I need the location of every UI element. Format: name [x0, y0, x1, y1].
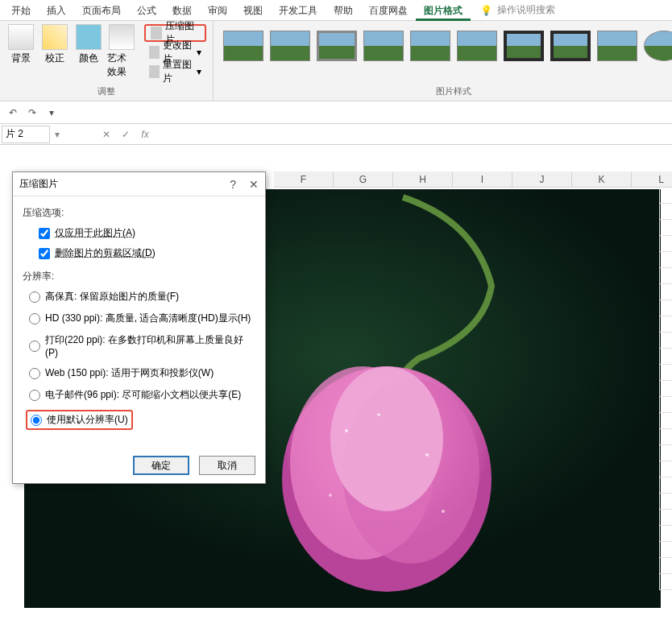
- compress-options-label: 压缩选项:: [23, 206, 255, 220]
- tab-home[interactable]: 开始: [3, 0, 39, 21]
- hifi-radio-row[interactable]: 高保真: 保留原始图片的质量(F): [29, 290, 255, 304]
- default-radio-row[interactable]: 使用默认分辨率(U): [26, 410, 133, 430]
- bg-label: 背景: [11, 52, 31, 65]
- col-header-h[interactable]: H: [393, 171, 453, 188]
- dialog-help-icon[interactable]: ?: [230, 178, 236, 191]
- tab-data[interactable]: 数据: [164, 0, 200, 21]
- enter-icon[interactable]: ✓: [116, 129, 135, 140]
- reset-label: 重置图片: [163, 58, 193, 85]
- col-header-k[interactable]: K: [572, 171, 632, 188]
- column-headers: F G H I J K L: [274, 171, 672, 188]
- formula-bar: 片 2 ▾ ✕ ✓ fx: [0, 124, 672, 145]
- picture-style-8[interactable]: [550, 31, 591, 61]
- styles-group-label: 图片样式: [220, 85, 672, 97]
- delete-crop-checkbox-row[interactable]: 删除图片的剪裁区域(D): [39, 246, 255, 260]
- corrections-icon: [42, 24, 68, 50]
- tab-help[interactable]: 帮助: [326, 0, 361, 21]
- picture-style-1[interactable]: [223, 31, 263, 61]
- tab-view[interactable]: 视图: [235, 0, 271, 21]
- web-radio[interactable]: [29, 368, 40, 379]
- email-radio-row[interactable]: 电子邮件(96 ppi): 尽可能缩小文档以便共享(E): [29, 388, 255, 402]
- color-label: 颜色: [79, 52, 98, 65]
- compress-pictures-dialog: 压缩图片 ? ✕ 压缩选项: 仅应用于此图片(A) 删除图片的剪裁区域(D) 分…: [12, 171, 266, 484]
- svg-point-8: [425, 453, 429, 457]
- tab-review[interactable]: 审阅: [200, 0, 235, 21]
- hd-radio[interactable]: [29, 313, 40, 324]
- delete-crop-checkbox[interactable]: [39, 248, 50, 259]
- artistic-button[interactable]: 艺术效果: [107, 24, 136, 81]
- color-button[interactable]: 颜色: [74, 24, 103, 81]
- cancel-icon[interactable]: ✕: [97, 129, 116, 140]
- picture-style-4[interactable]: [363, 31, 404, 61]
- change-icon: [149, 46, 160, 59]
- cancel-button[interactable]: 取消: [199, 456, 255, 475]
- quick-access-toolbar: ↶ ↷ ▾: [0, 101, 672, 124]
- dropdown-icon: ▾: [197, 47, 201, 58]
- redo-icon[interactable]: ↷: [26, 106, 39, 119]
- fx-icon[interactable]: fx: [135, 129, 155, 140]
- tab-formula[interactable]: 公式: [129, 0, 164, 21]
- print-radio-row[interactable]: 打印(220 ppi): 在多数打印机和屏幕上质量良好(P): [29, 333, 255, 358]
- compress-icon: [151, 27, 162, 39]
- apply-only-checkbox[interactable]: [39, 228, 50, 239]
- picture-style-3[interactable]: [317, 31, 357, 61]
- hd-radio-row[interactable]: HD (330 ppi): 高质量, 适合高清晰度(HD)显示(H): [29, 312, 255, 325]
- ok-button[interactable]: 确定: [133, 456, 189, 475]
- col-header-j[interactable]: J: [512, 171, 572, 188]
- web-radio-row[interactable]: Web (150 ppi): 适用于网页和投影仪(W): [29, 366, 255, 380]
- email-radio[interactable]: [29, 390, 40, 401]
- picture-style-10[interactable]: [644, 31, 672, 61]
- tab-picture-format[interactable]: 图片格式: [416, 0, 471, 21]
- default-radio[interactable]: [31, 415, 42, 426]
- grid-lines: [659, 188, 672, 606]
- apply-only-label: 仅应用于此图片(A): [55, 226, 135, 240]
- undo-icon[interactable]: ↶: [6, 106, 19, 119]
- col-header-f[interactable]: F: [274, 171, 334, 188]
- dialog-titlebar: 压缩图片 ? ✕: [13, 172, 265, 196]
- remove-bg-button[interactable]: 背景: [6, 24, 35, 81]
- picture-style-6[interactable]: [457, 31, 497, 61]
- tab-layout[interactable]: 页面布局: [74, 0, 129, 21]
- col-header-i[interactable]: I: [453, 171, 512, 188]
- adjust-group-label: 调整: [6, 85, 206, 97]
- col-header-l[interactable]: L: [632, 171, 672, 188]
- corr-label: 校正: [45, 52, 64, 65]
- art-label: 艺术效果: [107, 52, 136, 79]
- picture-style-2[interactable]: [270, 31, 310, 61]
- name-box[interactable]: 片 2: [2, 126, 50, 143]
- tab-baidu[interactable]: 百度网盘: [361, 0, 416, 21]
- name-box-dropdown-icon[interactable]: ▾: [50, 129, 64, 140]
- ribbon-content: 背景 校正 颜色 艺术效果 压缩图片 更改图片: [0, 21, 672, 101]
- svg-point-6: [345, 429, 348, 432]
- reset-picture-button[interactable]: 重置图片 ▾: [144, 63, 206, 81]
- resolution-label: 分辨率:: [23, 270, 255, 283]
- svg-point-5: [330, 366, 443, 511]
- worksheet-area: F G H I J K L: [0, 145, 672, 624]
- print-radio[interactable]: [29, 341, 40, 352]
- apply-only-checkbox-row[interactable]: 仅应用于此图片(A): [39, 226, 255, 240]
- hifi-radio[interactable]: [29, 291, 40, 303]
- styles-group: 图片样式: [214, 21, 672, 101]
- picture-style-7[interactable]: [504, 31, 544, 61]
- dialog-title-text: 压缩图片: [19, 177, 58, 191]
- adjust-group: 背景 校正 颜色 艺术效果 压缩图片 更改图片: [0, 21, 214, 101]
- dialog-close-icon[interactable]: ✕: [249, 178, 259, 191]
- tell-me-search[interactable]: 操作说明搜索: [497, 3, 555, 17]
- delete-crop-label: 删除图片的剪裁区域(D): [55, 246, 156, 260]
- dropdown-icon: ▾: [197, 66, 201, 77]
- print-label: 打印(220 ppi): 在多数打印机和屏幕上质量良好(P): [45, 333, 255, 358]
- svg-point-10: [442, 510, 445, 513]
- background-icon: [8, 24, 34, 50]
- reset-icon: [149, 65, 160, 78]
- picture-style-9[interactable]: [597, 31, 637, 61]
- dropdown-icon[interactable]: ▾: [45, 106, 58, 119]
- default-label: 使用默认分辨率(U): [47, 413, 128, 427]
- tab-insert[interactable]: 插入: [39, 0, 74, 21]
- corrections-button[interactable]: 校正: [40, 24, 69, 81]
- picture-style-5[interactable]: [410, 31, 450, 61]
- tab-dev[interactable]: 开发工具: [271, 0, 326, 21]
- web-label: Web (150 ppi): 适用于网页和投影仪(W): [45, 366, 214, 380]
- email-label: 电子邮件(96 ppi): 尽可能缩小文档以便共享(E): [45, 388, 241, 402]
- hifi-label: 高保真: 保留原始图片的质量(F): [45, 290, 179, 304]
- col-header-g[interactable]: G: [334, 171, 393, 188]
